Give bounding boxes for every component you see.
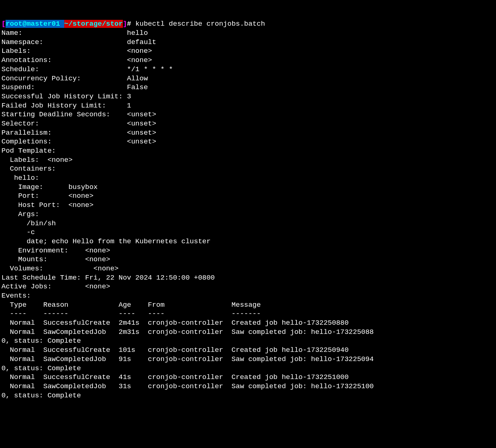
field-line: Parallelism: <unset>	[1, 129, 156, 137]
prompt-close-bracket: ]	[123, 20, 127, 28]
prompt-path: ~/storage/stor	[64, 20, 123, 28]
container-field-line: Environment: <none>	[1, 247, 110, 255]
container-field-line: date; echo Hello from the Kubernetes clu…	[1, 237, 211, 245]
event-row: Normal SawCompletedJob 2m31s cronjob-con…	[1, 328, 374, 345]
active-jobs-line: Active Jobs: <none>	[1, 283, 110, 291]
last-schedule-line: Last Schedule Time: Fri, 22 Nov 2024 12:…	[1, 274, 215, 282]
container-field-line: /bin/sh	[1, 219, 56, 227]
event-row: Normal SuccessfulCreate 2m41s cronjob-co…	[1, 319, 349, 327]
events-header: Events:	[1, 292, 31, 300]
container-field-line: Mounts: <none>	[1, 255, 110, 263]
field-line: Completions: <unset>	[1, 138, 156, 146]
field-line: Namespace: default	[1, 38, 156, 46]
field-line: Concurrency Policy: Allow	[1, 74, 148, 83]
container-field-line: Image: busybox	[1, 183, 98, 191]
field-line: Suspend: False	[1, 83, 148, 91]
event-row: Normal SuccessfulCreate 101s cronjob-con…	[1, 346, 349, 354]
field-line: Labels: <none>	[1, 47, 152, 55]
container-name: hello:	[1, 174, 39, 182]
events-column-header: Type Reason Age From Message	[1, 301, 261, 309]
field-line: Starting Deadline Seconds: <unset>	[1, 110, 156, 119]
command-text[interactable]: kubectl describe cronjobs.batch	[131, 20, 265, 28]
container-field-line: Host Port: <none>	[1, 201, 94, 209]
pod-labels-line: Labels: <none>	[1, 156, 73, 164]
prompt-open-bracket: [	[1, 20, 6, 28]
event-row: Normal SawCompletedJob 91s cronjob-contr…	[1, 355, 374, 372]
prompt-hash: #	[127, 20, 131, 28]
event-row: Normal SawCompletedJob 31s cronjob-contr…	[1, 382, 374, 400]
field-line: Schedule: */1 * * * *	[1, 65, 173, 73]
field-line: Failed Job History Limit: 1	[1, 102, 131, 110]
container-field-line: Args:	[1, 210, 39, 218]
prompt-user-host: root@master01	[6, 20, 60, 28]
event-row: Normal SuccessfulCreate 41s cronjob-cont…	[1, 373, 349, 381]
field-line: Name: hello	[1, 29, 148, 37]
field-line: Successful Job History Limit: 3	[1, 92, 131, 101]
terminal-output: [root@master01 ~/storage/stor]# kubectl …	[1, 19, 495, 400]
container-field-line: -c	[1, 228, 35, 236]
volumes-line: Volumes: <none>	[1, 265, 118, 273]
container-field-line: Port: <none>	[1, 192, 94, 200]
field-line: Annotations: <none>	[1, 56, 152, 64]
pod-template-header: Pod Template:	[1, 147, 56, 155]
prompt-space	[60, 20, 64, 28]
field-line: Selector: <unset>	[1, 120, 156, 128]
containers-header: Containers:	[1, 165, 56, 173]
events-column-dashes: ---- ------ ---- ---- -------	[1, 310, 261, 318]
